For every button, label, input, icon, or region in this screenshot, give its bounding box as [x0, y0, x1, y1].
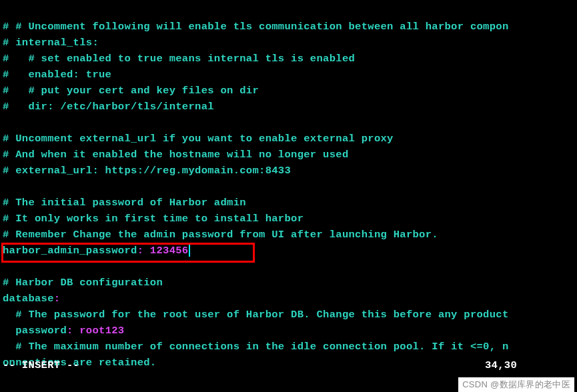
yaml-value: root123 — [73, 325, 125, 337]
config-line: # external_url: https://reg.mydomain.com… — [3, 165, 291, 177]
config-line: # It only works in first time to install… — [3, 213, 304, 225]
password-line: harbor_admin_password: 123456 — [3, 245, 190, 257]
yaml-key: password — [3, 325, 67, 337]
config-line: # Uncomment external_url if you want to … — [3, 133, 394, 145]
config-line: # # Uncomment following will enable tls … — [3, 21, 509, 33]
config-line: # dir: /etc/harbor/tls/internal — [3, 101, 214, 113]
config-line: # # set enabled to true means internal t… — [3, 53, 355, 65]
db-password-line: password: root123 — [3, 325, 124, 337]
config-line: # The maximum number of connections in t… — [3, 341, 509, 353]
cursor-position: 34,30 — [485, 357, 517, 373]
editor-content[interactable]: # # Uncomment following will enable tls … — [3, 3, 574, 371]
database-line: database: — [3, 293, 60, 305]
yaml-colon: : — [137, 245, 144, 257]
config-line: # Remember Change the admin password fro… — [3, 229, 438, 241]
yaml-colon: : — [67, 325, 73, 337]
yaml-value: 123456 — [143, 245, 188, 257]
config-line: # # put your cert and key files on dir — [3, 85, 259, 97]
yaml-colon: : — [54, 293, 61, 305]
yaml-key: harbor_admin_password — [3, 245, 137, 257]
config-line: # The password for the root user of Harb… — [3, 309, 509, 321]
config-line: # Harbor DB configuration — [3, 277, 163, 289]
csdn-watermark: CSDN @数据库界的老中医 — [458, 377, 574, 392]
config-line: # internal_tls: — [3, 37, 99, 49]
text-cursor — [189, 245, 190, 257]
config-line: # enabled: true — [3, 69, 111, 81]
config-line: # The initial password of Harbor admin — [3, 197, 246, 209]
vim-mode-indicator: -- INSERT -- — [3, 357, 79, 373]
yaml-key: database — [3, 293, 54, 305]
config-line: # And when it enabled the hostname will … — [3, 149, 348, 161]
